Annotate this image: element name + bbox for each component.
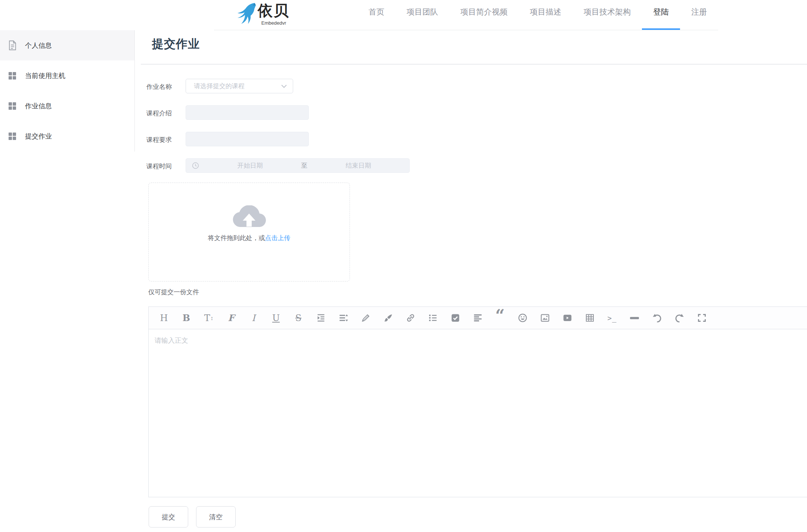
table-icon[interactable] [584, 307, 595, 329]
upload-click-link[interactable]: 点击上传 [265, 234, 291, 242]
clear-button[interactable]: 清空 [196, 506, 236, 528]
italic-icon[interactable]: I [248, 307, 259, 329]
clock-icon [192, 162, 199, 169]
nav-item-0[interactable]: 首页 [357, 0, 395, 30]
sidebar-menu: 个人信息当前使用主机作业信息提交作业 [0, 30, 135, 152]
nav-item-label: 项目团队 [407, 7, 438, 16]
line-height-icon[interactable] [338, 307, 349, 329]
nav-item-5[interactable]: 登陆 [642, 0, 680, 30]
underline-icon[interactable]: U [270, 307, 282, 329]
emoji-icon[interactable] [517, 307, 528, 329]
course-time-label: 课程时间 [146, 162, 180, 171]
course-select[interactable]: 请选择提交的课程 [186, 79, 293, 93]
nav-item-label: 项目简介视频 [460, 7, 508, 16]
course-time-range-picker[interactable]: 开始日期 至 结束日期 [186, 158, 410, 173]
nav-item-1[interactable]: 项目团队 [395, 0, 449, 30]
sidebar-item-label: 个人信息 [25, 41, 52, 50]
start-date-input[interactable]: 开始日期 [199, 161, 301, 170]
link-icon[interactable] [405, 307, 416, 329]
nav-item-label: 项目描述 [530, 7, 561, 16]
quote-icon[interactable]: “ [494, 307, 506, 329]
indent-icon[interactable] [315, 307, 326, 329]
grid-icon [8, 71, 17, 81]
nav-item-2[interactable]: 项目简介视频 [449, 0, 519, 30]
pen-icon[interactable] [360, 307, 371, 329]
document-icon [8, 40, 17, 50]
page: 依贝 Embededvr 首页项目团队项目简介视频项目描述项目技术架构登陆注册 … [0, 0, 807, 532]
main-content: 提交作业 作业名称 请选择提交的课程 课程介绍 课程要求 课程时间 开始日期 至… [135, 30, 807, 532]
image-icon[interactable] [539, 307, 550, 329]
chevron-down-icon [281, 84, 287, 88]
upload-drag-text: 将文件拖到此处，或 [208, 234, 265, 242]
sidebar-item-2[interactable]: 作业信息 [0, 91, 134, 121]
nav-item-6[interactable]: 注册 [680, 0, 718, 30]
course-select-placeholder: 请选择提交的课程 [186, 82, 281, 90]
bird-logo-icon [235, 2, 256, 26]
code-icon[interactable]: >_ [606, 307, 618, 329]
undo-icon[interactable] [651, 307, 662, 329]
logo-tagline: Embededvr [261, 20, 286, 26]
nav-item-label: 注册 [691, 7, 707, 16]
video-icon[interactable] [562, 307, 573, 329]
editor-content-area[interactable]: 请输入正文 [148, 329, 807, 497]
nav-item-label: 首页 [369, 7, 384, 16]
sidebar-item-1[interactable]: 当前使用主机 [0, 60, 134, 91]
submit-button[interactable]: 提交 [149, 506, 188, 528]
sidebar-item-label: 当前使用主机 [25, 71, 65, 80]
rich-text-editor: HBT↕FIUS“>_ 请输入正文 [148, 307, 807, 497]
todo-list-icon[interactable] [450, 307, 461, 329]
file-upload-dropzone[interactable]: 将文件拖到此处，或点击上传 [148, 183, 350, 281]
course-requirements-label: 课程要求 [146, 136, 180, 144]
title-divider [141, 64, 807, 65]
page-title: 提交作业 [152, 36, 200, 52]
upload-tip: 仅可提交一份文件 [148, 288, 199, 296]
upload-cloud-icon [232, 205, 266, 229]
top-header: 依贝 Embededvr 首页项目团队项目简介视频项目描述项目技术架构登陆注册 [0, 0, 807, 30]
bullet-list-icon[interactable] [427, 307, 438, 329]
brush-icon[interactable] [382, 307, 394, 329]
logo[interactable]: 依贝 Embededvr [235, 1, 290, 26]
course-intro-label: 课程介绍 [146, 109, 180, 118]
date-range-separator: 至 [301, 161, 307, 170]
assignment-name-label: 作业名称 [146, 83, 180, 91]
strikethrough-icon[interactable]: S [293, 307, 304, 329]
top-nav: 首页项目团队项目简介视频项目描述项目技术架构登陆注册 [357, 0, 718, 30]
bold-icon[interactable]: B [181, 307, 192, 329]
nav-item-label: 项目技术架构 [584, 7, 631, 16]
end-date-input[interactable]: 结束日期 [307, 161, 409, 170]
grid-icon [8, 101, 17, 111]
course-intro-input[interactable] [186, 105, 309, 120]
font-family-icon[interactable]: F [226, 307, 237, 329]
editor-toolbar: HBT↕FIUS“>_ [148, 307, 807, 329]
font-size-icon[interactable]: T↕ [203, 307, 214, 329]
editor-placeholder: 请输入正文 [155, 336, 807, 345]
sidebar-item-label: 作业信息 [25, 102, 52, 111]
fullscreen-icon[interactable] [696, 307, 707, 329]
grid-icon [8, 131, 17, 141]
nav-item-label: 登陆 [653, 7, 669, 16]
sidebar-item-0[interactable]: 个人信息 [0, 30, 134, 60]
horizontal-rule-icon[interactable] [629, 307, 640, 329]
align-icon[interactable] [472, 307, 483, 329]
redo-icon[interactable] [674, 307, 685, 329]
sidebar-item-label: 提交作业 [25, 132, 52, 141]
nav-item-3[interactable]: 项目描述 [519, 0, 572, 30]
course-requirements-input[interactable] [186, 132, 309, 146]
sidebar-item-3[interactable]: 提交作业 [0, 121, 134, 151]
logo-name: 依贝 [258, 1, 290, 19]
heading-icon[interactable]: H [158, 307, 170, 329]
nav-item-4[interactable]: 项目技术架构 [572, 0, 642, 30]
